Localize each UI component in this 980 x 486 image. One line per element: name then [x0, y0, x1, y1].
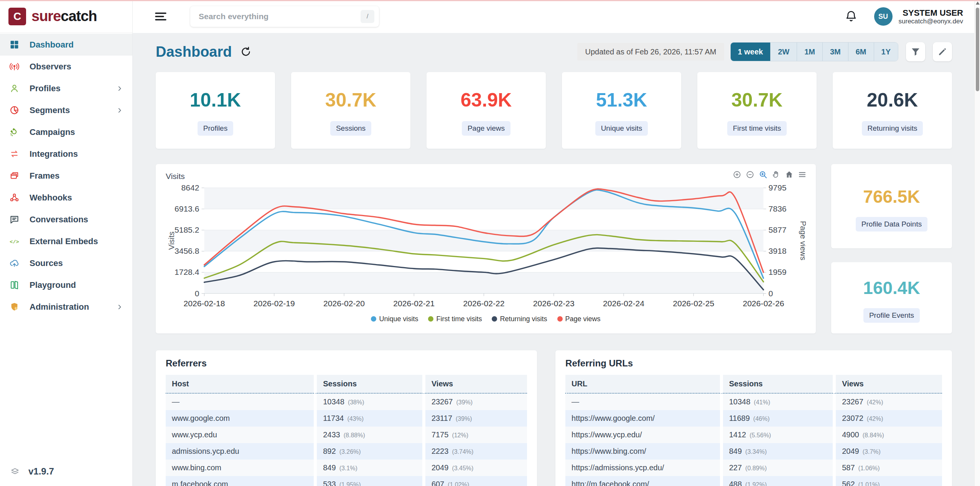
stat-card-sessions: 30.7KSessions [291, 72, 410, 149]
range-button-2w[interactable]: 2W [771, 43, 797, 61]
person-icon [9, 83, 20, 94]
table-row[interactable]: www.ycp.edu2433(8.88%)7175(12%) [166, 427, 527, 443]
cell-sessions: 11689(46%) [720, 410, 833, 427]
legend-item-unique-visits[interactable]: Unique visits [371, 315, 418, 323]
legend-item-page-views[interactable]: Page views [557, 315, 601, 323]
column-header-views: Views [833, 375, 942, 394]
sidebar-item-observers[interactable]: Observers [0, 56, 132, 77]
cell-host: — [166, 394, 314, 410]
stat-label: Page views [462, 121, 511, 136]
sidebar-item-campaigns[interactable]: Campaigns [0, 121, 132, 143]
sidebar-item-label: Conversations [30, 215, 88, 225]
table-row[interactable]: https://www.bing.com/849(3.34%)2049(3.7%… [565, 443, 942, 460]
stat-value: 20.6K [833, 89, 952, 111]
svg-text:</>: </> [10, 239, 19, 245]
cell-sessions: 10348(38%) [314, 394, 422, 410]
table-row[interactable]: https://admissions.ycp.edu/227(0.89%)587… [565, 460, 942, 476]
sidebar-item-label: Campaigns [30, 127, 75, 137]
svg-text:0: 0 [195, 289, 199, 298]
sidebar-item-sources[interactable]: Sources [0, 252, 132, 274]
scrollbar-thumb[interactable] [976, 8, 979, 91]
zoom-in-icon[interactable] [733, 170, 741, 179]
range-button-3m[interactable]: 3M [823, 43, 848, 61]
main-content: Dashboard Updated as of Feb 26, 2026, 11… [133, 33, 974, 486]
table-row[interactable]: www.google.com11734(43%)23117(39%) [166, 410, 527, 427]
brand-logo[interactable]: C surecatch [0, 0, 132, 33]
range-button-1-week[interactable]: 1 week [731, 43, 771, 61]
svg-text:2026-02-21: 2026-02-21 [393, 299, 435, 308]
table-row[interactable]: https://www.google.com/11689(46%)23072(4… [565, 410, 942, 427]
legend-item-returning-visits[interactable]: Returning visits [492, 315, 547, 323]
chart-legend: Unique visitsFirst time visitsReturning … [166, 315, 806, 323]
svg-text:5877: 5877 [768, 225, 786, 234]
cell-views-pct: (39%) [456, 399, 473, 406]
svg-text:2026-02-18: 2026-02-18 [184, 299, 225, 308]
page-scrollbar[interactable] [974, 0, 980, 486]
sidebar-item-frames[interactable]: Frames [0, 165, 132, 187]
user-block[interactable]: SYSTEM USER surecatch@eonyx.dev [899, 8, 963, 25]
sidebar-item-administration[interactable]: Administration [0, 296, 132, 318]
sidebar-item-profiles[interactable]: Profiles [0, 77, 132, 99]
cell-views: 2223(3.74%) [422, 443, 527, 460]
legend-dot [371, 316, 376, 322]
table-panel-referring-urls: Referring URLsURLSessionsViews—10348(41%… [555, 350, 952, 486]
visits-line-chart[interactable]: 001728.419593456.839185185.258776913.678… [166, 182, 806, 315]
filter-icon [911, 47, 921, 57]
cell-host: https://www.google.com/ [565, 410, 720, 427]
reset-home-icon[interactable] [785, 170, 794, 179]
box-zoom-icon[interactable] [759, 170, 768, 179]
svg-text:8642: 8642 [181, 183, 199, 192]
chart-title: Visits [166, 172, 806, 181]
table-row[interactable]: —10348(41%)23267(42%) [565, 394, 942, 410]
table-row[interactable]: https://www.ycp.edu/1412(5.56%)4900(8.84… [565, 427, 942, 443]
side-stats-column: 766.5KProfile Data Points160.4KProfile E… [831, 164, 952, 333]
table-row[interactable]: —10348(38%)23267(39%) [166, 394, 527, 410]
table-row[interactable]: admissions.ycp.edu892(3.26%)2223(3.74%) [166, 443, 527, 460]
cell-sessions-pct: (0.89%) [745, 465, 767, 471]
sidebar-item-dashboard[interactable]: Dashboard [0, 34, 132, 56]
sidebar-item-conversations[interactable]: Conversations [0, 209, 132, 230]
cell-host: https://www.ycp.edu/ [565, 427, 720, 443]
cell-views: 23267(39%) [422, 394, 527, 410]
sidebar-item-external-embeds[interactable]: </>External Embeds [0, 230, 132, 252]
range-button-1y[interactable]: 1Y [874, 43, 898, 61]
legend-item-first-time-visits[interactable]: First time visits [428, 315, 482, 323]
pan-hand-icon[interactable] [772, 170, 781, 179]
table-row[interactable]: http://m.facebook.com/488(1.92%)562(1.01… [565, 476, 942, 486]
cell-host: www.google.com [166, 410, 314, 427]
svg-text:Visits: Visits [167, 232, 176, 250]
edit-button[interactable] [933, 42, 952, 61]
sidebar-item-webhooks[interactable]: Webhooks [0, 187, 132, 209]
sidebar-item-playground[interactable]: Playground [0, 274, 132, 296]
cell-views-pct: (3.74%) [452, 448, 473, 455]
sidebar-item-integrations[interactable]: Integrations [0, 143, 132, 165]
svg-text:2026-02-19: 2026-02-19 [254, 299, 295, 308]
stat-value: 766.5K [831, 186, 952, 207]
refresh-icon[interactable] [240, 46, 252, 57]
range-button-1m[interactable]: 1M [797, 43, 823, 61]
data-menu-icon[interactable] [798, 170, 807, 179]
range-button-6m[interactable]: 6M [848, 43, 874, 61]
table-row[interactable]: m.facebook.com533(1.95%)607(1.02%) [166, 476, 527, 486]
svg-text:2026-02-26: 2026-02-26 [743, 299, 784, 308]
notifications-bell-icon[interactable] [845, 10, 857, 23]
cell-views: 4900(8.84%) [833, 427, 942, 443]
table-panel-referrers: ReferrersHostSessionsViews—10348(38%)232… [156, 350, 537, 486]
cell-host: admissions.ycp.edu [166, 443, 314, 460]
legend-dot [492, 316, 497, 322]
cell-sessions: 2433(8.88%) [314, 427, 422, 443]
menu-toggle-icon[interactable] [155, 12, 166, 21]
stat-label: Profile Data Points [856, 217, 927, 232]
search-input[interactable] [190, 6, 379, 27]
filter-button[interactable] [906, 42, 925, 61]
sidebar-item-segments[interactable]: Segments [0, 99, 132, 121]
scrollbar-up-arrow[interactable] [976, 2, 980, 5]
zoom-out-icon[interactable] [746, 170, 754, 179]
cell-views: 2049(3.7%) [833, 443, 942, 460]
table-row[interactable]: www.bing.com849(3.1%)2049(3.45%) [166, 460, 527, 476]
shield-user-icon [9, 302, 20, 312]
stat-value: 63.9K [427, 89, 546, 111]
header: / SU SYSTEM USER surecatch@eonyx.dev [133, 0, 980, 33]
user-avatar[interactable]: SU [874, 7, 893, 26]
version-row: v1.9.7 [0, 457, 132, 486]
